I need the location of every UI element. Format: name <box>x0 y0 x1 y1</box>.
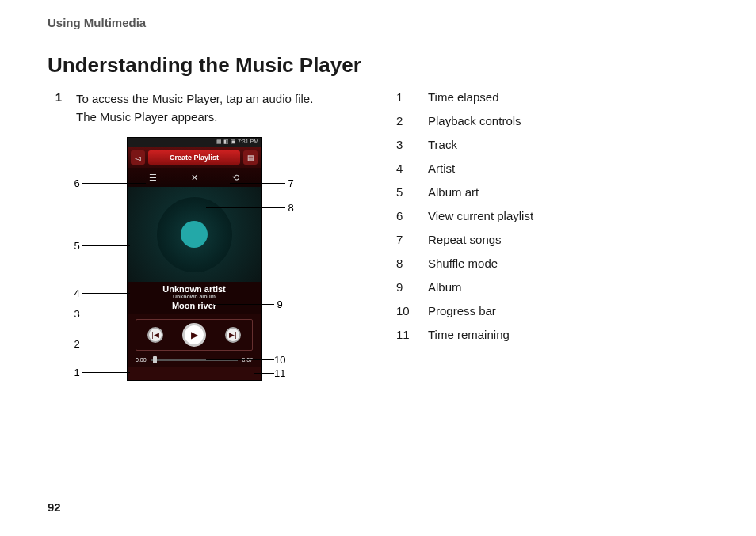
legend-number: 1 <box>396 90 410 104</box>
legend-row: 1Time elapsed <box>396 90 708 104</box>
playback-controls: |◀ ▶ ▶| <box>128 314 261 354</box>
legend-number: 3 <box>396 138 410 151</box>
legend-row: 2Playback controls <box>396 114 708 127</box>
step-text: To access the Music Player, tap an audio… <box>76 90 313 126</box>
callout-8: 8 <box>206 202 296 214</box>
callout-1: 1 <box>71 367 130 378</box>
prev-icon: |◀ <box>147 327 163 343</box>
legend-number: 11 <box>396 328 410 341</box>
status-icons: ▦ ◧ ▣ <box>216 139 236 145</box>
top-bar: ◅ Create Playlist ▤ <box>128 147 261 168</box>
legend-number: 10 <box>396 304 410 317</box>
playlist-icon: ☰ <box>149 173 157 183</box>
left-column: 1 To access the Music Player, tap an aud… <box>48 90 365 398</box>
legend-number: 9 <box>396 280 410 294</box>
legend-label: Progress bar <box>428 304 496 317</box>
legend-label: Track <box>428 138 457 151</box>
legend-label: Album <box>428 280 462 294</box>
legend-label: Time remaining <box>428 328 510 341</box>
diagram: ▦ ◧ ▣ 7:31 PM ◅ Create Playlist ▤ ☰ ✕ ⟲ <box>48 137 365 398</box>
callout-num: 2 <box>71 338 82 350</box>
next-icon: ▶| <box>225 327 241 343</box>
legend-column: 1Time elapsed2Playback controls3Track4Ar… <box>396 90 708 398</box>
callout-9: 9 <box>214 298 285 310</box>
callout-num: 8 <box>285 202 296 214</box>
callout-num: 3 <box>71 308 82 320</box>
callout-num: 7 <box>285 177 296 189</box>
callout-4: 4 <box>71 287 130 299</box>
controls-box: |◀ ▶ ▶| <box>136 319 253 351</box>
status-bar: ▦ ◧ ▣ 7:31 PM <box>128 138 261 147</box>
step-line-1: To access the Music Player, tap an audio… <box>76 92 313 105</box>
legend-label: Album art <box>428 185 479 199</box>
progress-handle <box>153 356 157 363</box>
callout-11: 11 <box>254 367 285 379</box>
back-icon: ◅ <box>131 150 145 165</box>
page-title: Understanding the Music Player <box>48 53 708 78</box>
artist-label: Unknown artist <box>128 284 261 294</box>
callout-num: 5 <box>71 240 82 252</box>
legend-number: 6 <box>396 209 410 222</box>
callout-3: 3 <box>71 308 130 320</box>
album-art <box>128 187 261 282</box>
shuffle-icon: ✕ <box>191 173 198 183</box>
legend-label: Shuffle mode <box>428 257 498 270</box>
legend-row: 4Artist <box>396 162 708 175</box>
legend-label: Artist <box>428 162 455 175</box>
legend-row: 5Album art <box>396 185 708 199</box>
callout-5: 5 <box>71 240 130 252</box>
status-time: 7:31 PM <box>238 139 258 144</box>
legend-row: 7Repeat songs <box>396 233 708 246</box>
legend-number: 5 <box>396 185 410 199</box>
legend-label: View current playlist <box>428 209 533 222</box>
phone-screenshot: ▦ ◧ ▣ 7:31 PM ◅ Create Playlist ▤ ☰ ✕ ⟲ <box>127 137 262 381</box>
legend-row: 11Time remaining <box>396 328 708 341</box>
section-header: Using Multimedia <box>48 16 708 29</box>
callout-num: 1 <box>71 367 82 378</box>
legend-row: 8Shuffle mode <box>396 257 708 270</box>
create-playlist-button: Create Playlist <box>148 150 240 165</box>
legend-number: 2 <box>396 114 410 127</box>
legend-row: 9Album <box>396 280 708 294</box>
legend-number: 8 <box>396 257 410 270</box>
legend-label: Repeat songs <box>428 233 502 246</box>
callout-2: 2 <box>71 338 139 350</box>
legend-number: 7 <box>396 233 410 246</box>
callout-num: 10 <box>274 354 285 366</box>
callout-10: 10 <box>206 354 285 366</box>
step-row: 1 To access the Music Player, tap an aud… <box>48 90 365 126</box>
play-icon: ▶ <box>182 323 206 347</box>
legend-row: 10Progress bar <box>396 304 708 317</box>
callout-num: 9 <box>274 298 285 310</box>
legend-row: 3Track <box>396 138 708 151</box>
step-number: 1 <box>48 90 62 126</box>
callout-7: 7 <box>230 177 296 189</box>
legend-row: 6View current playlist <box>396 209 708 222</box>
time-elapsed: 0:00 <box>136 357 147 363</box>
legend-number: 4 <box>396 162 410 175</box>
page-number: 92 <box>48 500 61 514</box>
callout-num: 6 <box>71 177 82 189</box>
callout-num: 4 <box>71 287 82 299</box>
step-line-2: The Music Player appears. <box>76 110 217 124</box>
callout-num: 11 <box>274 367 285 379</box>
legend-label: Playback controls <box>428 114 521 127</box>
callout-6: 6 <box>71 177 146 189</box>
menu-icon: ▤ <box>243 150 258 165</box>
legend-label: Time elapsed <box>428 90 499 104</box>
